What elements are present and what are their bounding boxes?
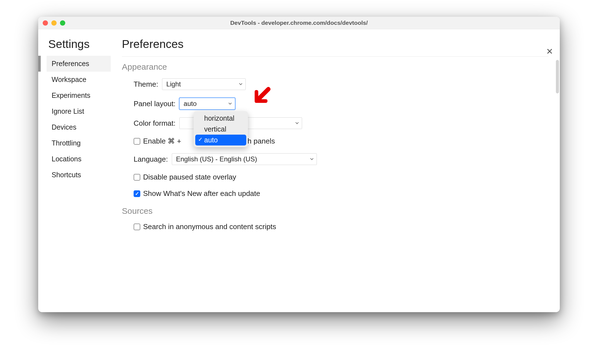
- theme-row: Theme: Light: [134, 78, 549, 90]
- shortcut-switch-panels-checkbox[interactable]: [134, 138, 140, 145]
- disable-paused-label: Disable paused state overlay: [143, 173, 236, 181]
- close-icon[interactable]: ✕: [546, 47, 553, 56]
- shortcut-label-prefix: Enable ⌘ +: [143, 137, 181, 145]
- disable-paused-row: Disable paused state overlay: [134, 173, 549, 181]
- whats-new-checkbox[interactable]: [134, 190, 140, 197]
- minimize-window-button[interactable]: [51, 20, 57, 26]
- panel-layout-select-value: auto: [184, 100, 197, 108]
- dropdown-item-label: vertical: [204, 125, 226, 133]
- sidebar-item-throttling[interactable]: Throttling: [47, 135, 111, 151]
- appearance-section-title: Appearance: [122, 62, 549, 72]
- dropdown-item-label: auto: [204, 136, 218, 144]
- sidebar-item-workspace[interactable]: Workspace: [47, 72, 111, 88]
- window-titlebar: DevTools - developer.chrome.com/docs/dev…: [38, 17, 560, 29]
- sidebar-item-ignore-list[interactable]: Ignore List: [47, 103, 111, 119]
- chevron-down-icon: [228, 103, 232, 105]
- panel-layout-dropdown: horizontal vertical auto: [194, 111, 248, 147]
- panel-layout-row: Panel layout: auto horizontal vertical a…: [134, 98, 549, 110]
- scrollbar[interactable]: [556, 60, 559, 93]
- chevron-down-icon: [239, 83, 242, 85]
- panel-layout-option-vertical[interactable]: vertical: [195, 124, 246, 135]
- panel-layout-option-horizontal[interactable]: horizontal: [195, 113, 246, 124]
- disable-paused-checkbox[interactable]: [134, 174, 140, 181]
- color-format-label: Color format:: [134, 119, 175, 128]
- sidebar-item-shortcuts[interactable]: Shortcuts: [47, 167, 111, 183]
- whats-new-row: Show What's New after each update: [134, 189, 549, 198]
- sidebar-item-devices[interactable]: Devices: [47, 119, 111, 135]
- close-window-button[interactable]: [43, 20, 48, 26]
- panel-layout-label: Panel layout:: [134, 100, 175, 108]
- theme-select[interactable]: Light: [162, 78, 246, 90]
- settings-content: ✕ Settings Preferences Workspace Experim…: [38, 29, 560, 312]
- sidebar-item-label: Shortcuts: [52, 171, 81, 179]
- sidebar-item-label: Throttling: [52, 139, 81, 147]
- page-title: Preferences: [122, 38, 549, 56]
- panel-layout-select[interactable]: auto: [179, 98, 235, 110]
- devtools-window: DevTools - developer.chrome.com/docs/dev…: [38, 17, 560, 312]
- chevron-down-icon: [310, 158, 314, 160]
- language-select-value: English (US) - English (US): [176, 155, 257, 163]
- language-label: Language:: [134, 155, 168, 164]
- sources-section-title: Sources: [122, 206, 549, 216]
- sidebar-item-locations[interactable]: Locations: [47, 151, 111, 167]
- search-anon-checkbox[interactable]: [134, 224, 140, 230]
- whats-new-label: Show What's New after each update: [143, 189, 260, 198]
- theme-select-value: Light: [166, 80, 181, 88]
- sidebar-item-label: Preferences: [52, 60, 89, 67]
- language-select[interactable]: English (US) - English (US): [172, 153, 317, 165]
- search-anon-label: Search in anonymous and content scripts: [143, 222, 276, 231]
- window-title: DevTools - developer.chrome.com/docs/dev…: [38, 20, 560, 26]
- panel-layout-option-auto[interactable]: auto: [195, 135, 246, 145]
- settings-sidebar: Settings Preferences Workspace Experimen…: [38, 29, 111, 312]
- sidebar-item-preferences[interactable]: Preferences: [47, 56, 111, 72]
- sidebar-item-label: Locations: [52, 155, 81, 163]
- theme-label: Theme:: [134, 80, 158, 89]
- chevron-down-icon: [295, 122, 299, 124]
- sidebar-item-label: Experiments: [52, 91, 90, 99]
- dropdown-item-label: horizontal: [204, 114, 234, 122]
- arrow-annotation-icon: [254, 86, 273, 107]
- sidebar-title: Settings: [47, 38, 111, 56]
- language-row: Language: English (US) - English (US): [134, 153, 549, 165]
- maximize-window-button[interactable]: [60, 20, 65, 26]
- sidebar-item-experiments[interactable]: Experiments: [47, 88, 111, 103]
- sidebar-item-label: Workspace: [52, 76, 86, 83]
- sidebar-item-label: Devices: [52, 123, 76, 131]
- divider: [122, 56, 549, 57]
- sidebar-item-label: Ignore List: [52, 107, 84, 115]
- search-anon-row: Search in anonymous and content scripts: [134, 222, 549, 231]
- traffic-lights: [43, 20, 65, 26]
- settings-main: Preferences Appearance Theme: Light Pane…: [111, 29, 560, 312]
